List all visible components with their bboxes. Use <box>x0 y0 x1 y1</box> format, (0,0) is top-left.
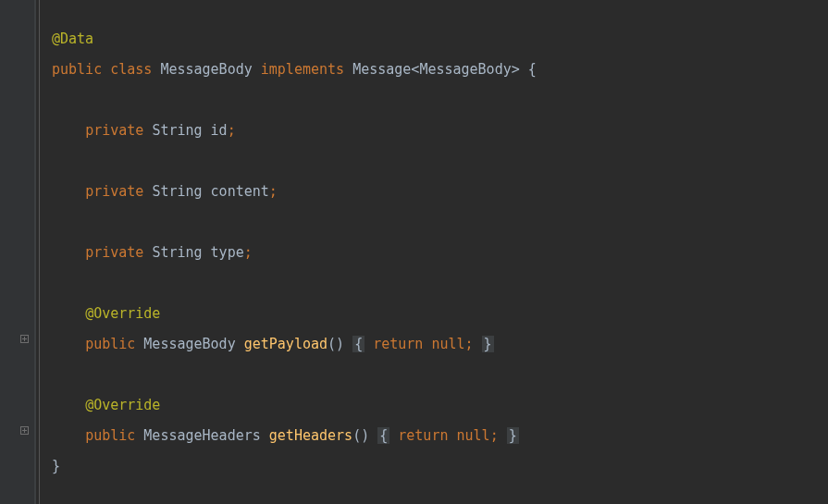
semicolon: ; <box>244 244 253 261</box>
semicolon: ; <box>465 336 474 352</box>
keyword-private: private <box>85 183 143 200</box>
type-string: String <box>152 122 202 139</box>
keyword-return: return <box>398 427 448 444</box>
gutter-border <box>35 0 36 504</box>
brace-open: { <box>528 61 537 78</box>
folded-brace-close[interactable]: } <box>507 427 519 444</box>
method-getPayload: getPayload <box>244 336 327 352</box>
keyword-null: null <box>431 336 464 352</box>
return-type: MessageBody <box>143 336 235 352</box>
method-getHeaders: getHeaders <box>269 427 352 444</box>
interface-name: Message <box>352 61 411 78</box>
source-code[interactable]: @Data public class MessageBody implement… <box>35 0 828 482</box>
keyword-private: private <box>85 244 143 261</box>
field-type: type <box>211 244 244 261</box>
semicolon: ; <box>228 122 236 139</box>
annotation-override: @Override <box>85 305 160 322</box>
fold-expand-icon[interactable] <box>20 335 29 343</box>
brace-close: } <box>52 458 60 474</box>
field-id: id <box>211 122 228 139</box>
keyword-public: public <box>85 336 135 352</box>
class-name: MessageBody <box>160 61 252 78</box>
keyword-public: public <box>52 61 102 78</box>
punct-gt: > <box>512 61 520 78</box>
semicolon: ; <box>269 183 278 200</box>
indent-guide <box>39 0 40 504</box>
return-type: MessageHeaders <box>143 427 260 444</box>
keyword-implements: implements <box>261 61 344 78</box>
parens: () <box>327 336 344 352</box>
keyword-null: null <box>457 427 490 444</box>
folded-brace-close[interactable]: } <box>482 336 494 352</box>
code-editor: @Data public class MessageBody implement… <box>0 0 828 504</box>
folded-brace-open[interactable]: { <box>352 336 365 352</box>
field-content: content <box>211 183 269 200</box>
annotation: @Data <box>52 31 93 47</box>
keyword-return: return <box>373 336 423 352</box>
folded-brace-open[interactable]: { <box>377 427 389 444</box>
type-string: String <box>152 244 202 261</box>
type-string: String <box>152 183 202 200</box>
keyword-class: class <box>110 61 152 78</box>
semicolon: ; <box>490 427 499 444</box>
keyword-public: public <box>85 427 135 444</box>
editor-gutter <box>0 0 35 504</box>
fold-expand-icon[interactable] <box>20 426 29 435</box>
keyword-private: private <box>85 122 143 139</box>
editor-code-area[interactable]: @Data public class MessageBody implement… <box>35 0 828 504</box>
generic-param: MessageBody <box>419 61 511 78</box>
annotation-override: @Override <box>85 397 160 413</box>
parens: () <box>352 427 369 444</box>
